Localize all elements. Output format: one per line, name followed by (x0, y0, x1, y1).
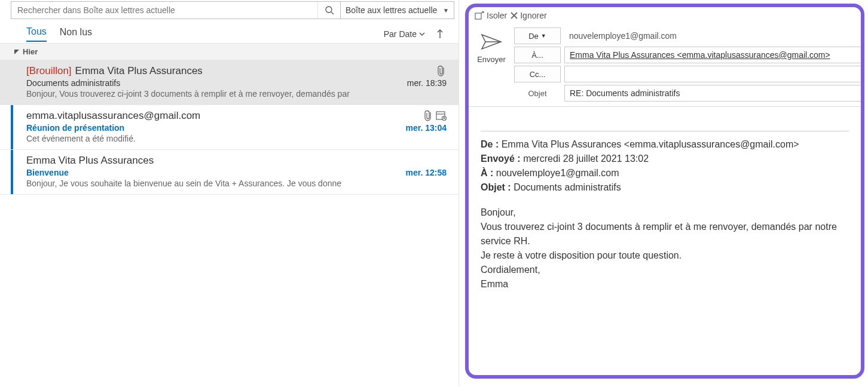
quoted-from-label: De : (481, 139, 499, 149)
caret-down-icon: ▼ (541, 33, 546, 39)
sort-dropdown[interactable]: Par Date (384, 29, 425, 39)
from-dropdown-button[interactable]: De ▼ (514, 27, 561, 44)
send-button[interactable]: Envoyer (473, 27, 509, 102)
svg-line-1 (331, 12, 334, 14)
message-subject: Bienvenue (26, 168, 69, 177)
message-item[interactable]: [Brouillon] Emma Vita Plus Assurances Do… (0, 60, 459, 105)
filter-tab-unread[interactable]: Non lus (60, 27, 92, 41)
quoted-to-value: nouvelemploye1@gmail.com (496, 168, 619, 178)
message-preview: Bonjour, Je vous souhaite la bienvenue a… (26, 179, 447, 188)
message-sender: Emma Vita Plus Assurances (75, 65, 203, 77)
subject-field[interactable] (564, 85, 861, 102)
attachment-icon (424, 110, 433, 122)
message-subject: Réunion de présentation (26, 123, 124, 133)
sort-direction-button[interactable] (436, 29, 444, 39)
isolate-button[interactable]: Isoler (475, 11, 507, 20)
from-value (564, 27, 861, 44)
message-sender: Emma Vita Plus Assurances (26, 155, 154, 167)
message-list: [Brouillon] Emma Vita Plus Assurances Do… (0, 60, 459, 387)
ignore-label: Ignorer (520, 11, 546, 20)
quoted-line: Vous trouverez ci-joint 3 documents à re… (481, 220, 849, 248)
message-preview: Bonjour, Vous trouverez ci-joint 3 docum… (26, 89, 447, 99)
compose-toolbar: Isoler Ignorer (469, 10, 861, 25)
message-sender: emma.vitaplusassurances@gmail.com (26, 110, 200, 122)
sort-label: Par Date (384, 29, 417, 39)
message-preview: Cet événement a été modifié. (26, 134, 447, 143)
quoted-from-value: Emma Vita Plus Assurances <emma.vitaplus… (502, 139, 799, 149)
quoted-to-label: À : (481, 168, 493, 178)
unread-indicator (11, 105, 13, 149)
quoted-line: Je reste à votre disposition pour toute … (481, 248, 849, 263)
ignore-button[interactable]: Ignorer (511, 11, 546, 20)
message-time: mer. 12:58 (406, 168, 447, 177)
attachment-icon (437, 65, 447, 77)
svg-point-0 (326, 7, 332, 13)
unread-indicator (11, 150, 13, 194)
subject-label: Objet (514, 89, 561, 98)
quoted-sent-value: mercredi 28 juillet 2021 13:02 (523, 153, 649, 164)
compose-body[interactable]: De : Emma Vita Plus Assurances <emma.vit… (469, 106, 861, 375)
from-label: De (528, 32, 539, 41)
to-field[interactable]: Emma Vita Plus Assurances <emma.vitaplus… (564, 47, 861, 63)
cc-field[interactable] (564, 66, 861, 82)
reading-pane: Isoler Ignorer Envoyer (459, 0, 868, 387)
quoted-line: Cordialement, (481, 263, 849, 277)
quoted-line: Emma (481, 277, 849, 291)
search-scope-dropdown[interactable]: Boîte aux lettres actuelle ▼ (340, 2, 454, 19)
quoted-subject-label: Objet : (481, 182, 511, 192)
popout-icon (475, 11, 484, 20)
quoted-line: Bonjour, (481, 205, 849, 220)
group-header-label: Hier (23, 47, 38, 56)
to-recipient[interactable]: Emma Vita Plus Assurances <emma.vitaplus… (570, 50, 830, 60)
message-time: mer. 18:39 (407, 78, 447, 88)
isolate-label: Isoler (487, 11, 507, 20)
mailbox-panel: Boîte aux lettres actuelle ▼ Tous Non lu… (0, 0, 459, 387)
quoted-header: De : Emma Vita Plus Assurances <emma.vit… (481, 137, 849, 195)
message-subject: Documents administratifs (26, 78, 120, 88)
send-label: Envoyer (477, 55, 506, 64)
chevron-down-icon (419, 32, 425, 36)
cc-button[interactable]: Cc... (514, 66, 561, 82)
filter-row: Tous Non lus Par Date (0, 19, 459, 43)
svg-rect-7 (475, 13, 481, 19)
to-button[interactable]: À... (514, 47, 561, 63)
quoted-sent-label: Envoyé : (481, 153, 521, 164)
compose-header: Envoyer De ▼ À... Emma Vita Plus Assuran… (469, 25, 861, 106)
message-item[interactable]: emma.vitaplusassurances@gmail.com Réun (0, 105, 459, 150)
quoted-subject-value: Documents administratifs (514, 182, 621, 192)
filter-tab-all[interactable]: Tous (26, 26, 47, 42)
arrow-up-icon (436, 29, 444, 39)
search-button[interactable] (317, 2, 340, 19)
search-icon (325, 5, 334, 15)
collapse-triangle-icon (14, 50, 19, 54)
draft-label: [Brouillon] (26, 65, 72, 77)
quoted-body: Bonjour, Vous trouverez ci-joint 3 docum… (481, 205, 849, 291)
search-bar: Boîte aux lettres actuelle ▼ (11, 1, 454, 19)
message-item[interactable]: Emma Vita Plus Assurances Bienvenue mer.… (0, 150, 459, 195)
quoted-divider (481, 131, 849, 131)
message-time: mer. 13:04 (406, 123, 447, 133)
group-header-yesterday[interactable]: Hier (0, 43, 459, 60)
compose-window: Isoler Ignorer Envoyer (465, 4, 864, 379)
send-icon (479, 32, 503, 51)
calendar-icon (436, 110, 447, 121)
search-scope-label: Boîte aux lettres actuelle (346, 5, 437, 15)
close-icon (511, 12, 518, 19)
search-input[interactable] (11, 2, 317, 19)
caret-down-icon: ▼ (443, 7, 449, 14)
